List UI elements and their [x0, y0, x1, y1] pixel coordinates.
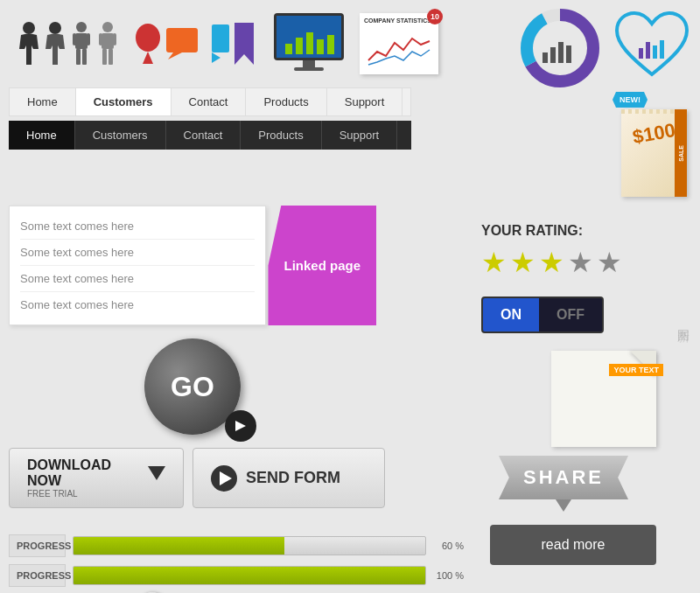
man-icon-1	[70, 21, 93, 66]
progress-bars-container: PROGRESS 60 % PROGRESS 100 %	[9, 534, 464, 587]
progress-fill-1	[74, 537, 284, 555]
buttons-row: DOWNLOAD NOW FREE TRIAL SEND FORM	[9, 448, 464, 521]
stars-row: ★ ★ ★ ★ ★	[481, 246, 622, 279]
star-4[interactable]: ★	[568, 246, 593, 279]
woman-icon-1	[18, 21, 40, 66]
svg-rect-37	[639, 48, 643, 59]
svg-rect-12	[99, 33, 102, 45]
progress-bar-1: PROGRESS 60 %	[9, 534, 464, 557]
svg-point-2	[76, 22, 87, 32]
main-container: COMPANY STATISTICS 10 Home Customers Con…	[0, 0, 700, 593]
nav-customers-dark[interactable]: Customers	[75, 121, 166, 150]
svg-rect-33	[542, 52, 548, 63]
play-icon	[211, 465, 237, 492]
nav-customers-light[interactable]: Customers	[76, 88, 172, 115]
svg-rect-10	[102, 49, 107, 65]
nav-products-light[interactable]: Products	[246, 88, 326, 115]
svg-rect-5	[82, 49, 87, 65]
svg-rect-29	[294, 67, 324, 71]
send-form-label: SEND FORM	[246, 469, 340, 487]
nav-home-light[interactable]: Home	[10, 88, 76, 115]
shape-icons	[135, 23, 254, 65]
progress-track-1	[73, 536, 426, 555]
donut-chart-1	[521, 9, 599, 87]
svg-rect-9	[102, 33, 114, 49]
svg-point-1	[49, 22, 61, 34]
text-list: Some text comes here Some text comes her…	[9, 206, 266, 325]
svg-point-0	[23, 22, 35, 34]
price-value: $100	[631, 119, 677, 149]
people-icons	[18, 21, 119, 66]
nav-contact-light[interactable]: Contact	[172, 88, 247, 115]
nav-light: Home Customers Contact Products Support	[9, 87, 512, 116]
svg-rect-18	[212, 24, 229, 52]
nav-products-dark[interactable]: Products	[241, 121, 321, 150]
progress-bar-2: PROGRESS 100 %	[9, 564, 464, 587]
go-arrow-icon	[225, 410, 256, 442]
price-tag-container: NEW! $100 SALE	[612, 96, 691, 201]
share-tail-left	[556, 499, 571, 512]
svg-point-8	[102, 22, 113, 32]
top-icons-row: COMPANY STATISTICS 10	[9, 9, 512, 79]
download-arrow-icon	[148, 466, 165, 480]
svg-rect-40	[660, 40, 664, 59]
text-list-item-4: Some text comes here	[20, 292, 255, 317]
nav-support-dark[interactable]: Support	[322, 121, 398, 150]
svg-rect-25	[306, 32, 313, 54]
svg-rect-28	[303, 60, 315, 67]
star-1[interactable]: ★	[481, 246, 507, 279]
nav-light-bar: Home Customers Contact Products Support	[9, 87, 411, 116]
nav-support-light[interactable]: Support	[327, 88, 403, 115]
play-triangle-icon	[220, 471, 232, 485]
progress-percent-1: 60 %	[433, 541, 464, 551]
progress-percent-2: 100 %	[433, 570, 464, 581]
nav-home-dark[interactable]: Home	[9, 121, 75, 150]
download-button[interactable]: DOWNLOAD NOW FREE TRIAL	[9, 448, 184, 508]
toggle-off[interactable]: OFF	[539, 298, 602, 331]
rating-container: YOUR RATING: ★ ★ ★ ★ ★	[481, 223, 622, 279]
svg-rect-34	[550, 47, 556, 63]
man-icon-2	[96, 21, 119, 66]
svg-rect-23	[285, 44, 292, 54]
star-2[interactable]: ★	[510, 246, 536, 279]
svg-marker-19	[212, 52, 220, 63]
download-main-label: DOWNLOAD NOW	[27, 457, 165, 489]
linked-page-button[interactable]: Linked page	[268, 206, 376, 325]
toggle-on[interactable]: ON	[483, 298, 539, 331]
svg-marker-17	[168, 52, 182, 59]
monitor-icon	[270, 13, 348, 74]
red-balloon-icon	[135, 24, 161, 64]
svg-rect-4	[76, 49, 80, 65]
text-list-item-3: Some text comes here	[20, 266, 255, 292]
svg-rect-26	[317, 39, 324, 54]
svg-point-14	[136, 24, 160, 52]
orange-square-icon	[166, 28, 198, 59]
svg-marker-15	[143, 52, 153, 64]
svg-rect-24	[296, 38, 303, 54]
rating-title: YOUR RATING:	[481, 223, 622, 239]
svg-rect-39	[653, 45, 657, 59]
send-form-button[interactable]: SEND FORM	[192, 448, 385, 508]
progress-label-1: PROGRESS	[9, 534, 66, 557]
svg-rect-11	[108, 49, 113, 65]
text-list-item-1: Some text comes here	[20, 213, 255, 240]
heart-chart	[612, 9, 691, 87]
nav-dark-bar: Home Customers Contact Products Support	[9, 121, 411, 150]
star-3[interactable]: ★	[539, 246, 564, 279]
woman-icon-2	[44, 21, 66, 66]
progress-track-2	[73, 566, 426, 585]
toggle-container: ON OFF	[481, 296, 604, 333]
blue-flag-icon	[203, 24, 229, 63]
note-paper: YOUR TEXT	[551, 351, 656, 447]
note-tag: YOUR TEXT	[609, 364, 663, 376]
svg-rect-16	[166, 28, 198, 52]
star-5[interactable]: ★	[597, 246, 622, 279]
download-sub-label: FREE TRIAL	[27, 489, 78, 499]
nav-contact-dark[interactable]: Contact	[166, 121, 242, 150]
svg-marker-20	[234, 23, 254, 65]
nav-dark: Home Customers Contact Products Support	[9, 121, 512, 150]
read-more-button[interactable]: read more	[490, 525, 656, 565]
share-button[interactable]: SHARE	[499, 456, 628, 499]
svg-rect-36	[566, 45, 571, 63]
chart-paper: COMPANY STATISTICS 10	[360, 13, 438, 74]
